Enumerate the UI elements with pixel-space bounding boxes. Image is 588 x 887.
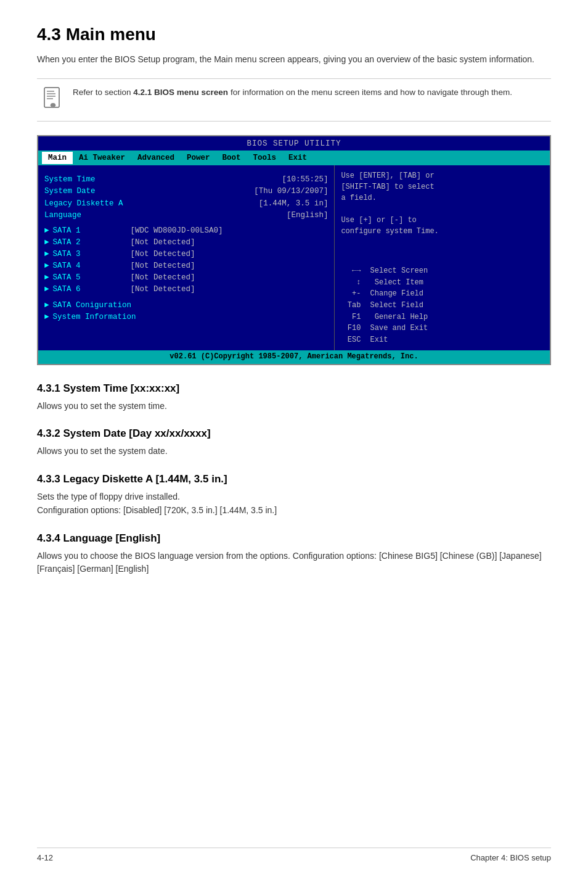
bios-item-sata2[interactable]: ►SATA 2[Not Detected] [44,237,328,248]
bios-item-sata6[interactable]: ►SATA 6[Not Detected] [44,284,328,295]
section-heading-432: 4.3.2 System Date [Day xx/xx/xxxx] [37,427,551,440]
bios-item-system-info[interactable]: ►System Information [44,311,328,323]
bios-menu-ai-tweaker[interactable]: Ai Tweaker [73,152,131,164]
bios-item-sata3[interactable]: ►SATA 3[Not Detected] [44,249,328,260]
intro-text: When you enter the BIOS Setup program, t… [37,53,551,66]
bios-menu-advanced[interactable]: Advanced [131,152,181,164]
footer-chapter: Chapter 4: BIOS setup [470,853,551,862]
section-heading-433: 4.3.3 Legacy Diskette A [1.44M, 3.5 in.] [37,473,551,485]
bios-screen: BIOS SETUP UTILITY Main Ai Tweaker Advan… [37,135,551,365]
bios-item-sata5[interactable]: ►SATA 5[Not Detected] [44,272,328,283]
bios-item-sata1[interactable]: ►SATA 1[WDC WD800JD-00LSA0] [44,225,328,236]
bios-title: BIOS SETUP UTILITY [38,136,550,151]
bios-menu-main[interactable]: Main [42,152,73,164]
bios-footer: v02.61 (C)Copyright 1985-2007, American … [38,350,550,363]
note-text: Refer to section 4.2.1 BIOS menu screen … [73,86,512,99]
bios-item-language[interactable]: Language [English] [44,210,328,221]
bios-item-system-date[interactable]: System Date [Thu 09/13/2007] [44,186,328,197]
bios-menu-bar: Main Ai Tweaker Advanced Power Boot Tool… [38,151,550,165]
page-footer: 4-12 Chapter 4: BIOS setup [37,848,551,862]
bios-item-legacy-diskette[interactable]: Legacy Diskette A [1.44M, 3.5 in] [44,198,328,209]
section-heading-431: 4.3.1 System Time [xx:xx:xx] [37,382,551,395]
section-body-434: Allows you to choose the BIOS language v… [37,550,551,576]
bios-menu-boot[interactable]: Boot [216,152,247,164]
bios-key-legend: ←→ Select Screen ↕ Select Item +- Change… [341,265,544,345]
bios-left-panel: System Time [10:55:25] System Date [Thu … [38,165,335,350]
svg-point-1 [51,103,55,107]
section-body-433: Sets the type of floppy drive installed.… [37,490,551,517]
section-body-431: Allows you to set the system time. [37,400,551,413]
bios-help-text: Use [ENTER], [TAB] or [SHIFT-TAB] to sel… [341,170,544,237]
bios-item-system-time[interactable]: System Time [10:55:25] [44,174,328,185]
section-body-432: Allows you to set the system date. [37,445,551,458]
footer-page-number: 4-12 [37,853,53,862]
bios-menu-power[interactable]: Power [181,152,216,164]
bios-right-panel: Use [ENTER], [TAB] or [SHIFT-TAB] to sel… [335,165,550,350]
bios-item-sata4[interactable]: ►SATA 4[Not Detected] [44,260,328,271]
page-title: 4.3 Main menu [37,25,551,44]
note-icon [42,86,64,113]
bios-menu-tools[interactable]: Tools [247,152,283,164]
section-heading-434: 4.3.4 Language [English] [37,532,551,545]
note-box: Refer to section 4.2.1 BIOS menu screen … [37,78,551,122]
bios-item-sata-config[interactable]: ►SATA Coniguration [44,300,328,311]
bios-menu-exit[interactable]: Exit [282,152,313,164]
